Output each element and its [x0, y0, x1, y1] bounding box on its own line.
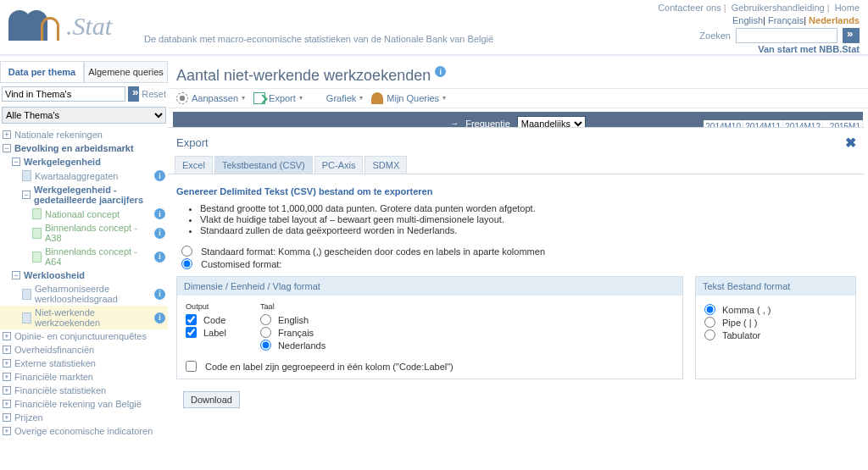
logo-text: .Stat: [66, 12, 112, 41]
tree-item-nationale-rekeningen[interactable]: +Nationale rekeningen: [0, 128, 168, 141]
checkbox-label[interactable]: [186, 327, 197, 338]
page-title: Aantal niet-werkende werkzoekenden i: [168, 61, 868, 88]
taal-heading: Taal: [260, 302, 326, 311]
tree-item-overheid[interactable]: +Overheidsfinanciën: [0, 343, 168, 357]
search-input[interactable]: [736, 28, 837, 43]
output-heading: Output: [186, 302, 226, 311]
find-theme-input[interactable]: [2, 86, 125, 102]
tab-data-per-thema[interactable]: Data per thema: [0, 61, 84, 82]
tree-item-prijzen[interactable]: +Prijzen: [0, 411, 168, 424]
info-icon[interactable]: i: [154, 252, 165, 263]
export-icon: [253, 92, 265, 104]
tree-item-a64[interactable]: Binnenlands concept - A64i: [0, 245, 168, 268]
tree-item-opinie[interactable]: +Opinie- en conjunctuurenquêtes: [0, 329, 168, 343]
gear-icon: [176, 92, 188, 104]
tree-item-externe[interactable]: +Externe statistieken: [0, 357, 168, 370]
link-guide[interactable]: Gebruikershandleiding: [732, 3, 825, 13]
info-icon[interactable]: i: [154, 208, 165, 219]
checkbox-code[interactable]: [186, 314, 197, 325]
info-icon[interactable]: i: [154, 312, 165, 323]
tab-sdmx[interactable]: SDMX: [364, 156, 407, 174]
tree-item-geharmoniseerde[interactable]: Geharmoniseerde werkloosheidsgraadi: [0, 282, 168, 306]
info-icon[interactable]: i: [154, 228, 165, 239]
grafiek-button[interactable]: Grafiek▾: [311, 92, 363, 104]
top-links: Contacteer ons| Gebruikershandleiding| H…: [658, 3, 860, 13]
logo: .Stat: [8, 2, 112, 41]
tree-item-bevolking[interactable]: −Bevolking en arbeidsmarkt: [0, 141, 168, 155]
panel-dimension-format: Dimensie / Eenheid / Vlag format Output …: [176, 276, 683, 379]
tree-item-a38[interactable]: Binnenlands concept - A38i: [0, 221, 168, 245]
find-go-button[interactable]: [128, 86, 139, 102]
link-home[interactable]: Home: [835, 3, 860, 13]
radio-standard-format[interactable]: [181, 246, 192, 257]
tree-item-fin-stat[interactable]: +Financiële statistieken: [0, 384, 168, 397]
tab-algemene-queries[interactable]: Algemene queries: [84, 61, 168, 82]
tab-excel[interactable]: Excel: [175, 156, 213, 174]
tree-item-kwartaal[interactable]: Kwartaalaggregateni: [0, 169, 168, 183]
tree-item-werkloosheid[interactable]: −Werkloosheid: [0, 268, 168, 282]
download-button[interactable]: Download: [183, 391, 240, 408]
panel-text-format: Tekst Bestand format Komma ( , ) Pipe ( …: [695, 276, 856, 379]
radio-tab[interactable]: [704, 329, 715, 340]
start-link[interactable]: Van start met NBB.Stat: [758, 44, 860, 54]
info-icon[interactable]: i: [435, 66, 446, 77]
search-go-button[interactable]: [843, 28, 860, 43]
tab-pcaxis[interactable]: PC-Axis: [314, 156, 364, 174]
tree-item-niet-werkende[interactable]: Niet-werkende werkzoekendeni: [0, 306, 168, 329]
export-heading: Genereer Delimited Tekst (CSV) bestand o…: [176, 186, 856, 196]
export-button[interactable]: Export▾: [253, 92, 303, 104]
lang-fr[interactable]: Français: [768, 15, 804, 25]
radio-custom-format[interactable]: [181, 258, 192, 269]
dialog-close-button[interactable]: ✖: [845, 135, 856, 151]
tree-item-fin-rek[interactable]: +Financiële rekening van België: [0, 397, 168, 411]
radio-pipe[interactable]: [704, 317, 715, 328]
user-icon: [371, 92, 383, 104]
lang-en[interactable]: English: [732, 15, 763, 25]
export-notes: Bestand grootte tot 1,000,000 data punte…: [200, 203, 856, 235]
search-label: Zoeken: [699, 30, 731, 41]
info-icon[interactable]: i: [154, 170, 165, 181]
checkbox-grouped[interactable]: [186, 361, 197, 372]
tree-item-fin-markten[interactable]: +Financiële markten: [0, 370, 168, 384]
radio-komma[interactable]: [704, 304, 715, 315]
tagline: De databank met macro-economische statis…: [144, 34, 493, 44]
export-dialog: Export ✖ Excel Tekstbestand (CSV) PC-Axi…: [168, 127, 865, 429]
radio-lang-fr[interactable]: [260, 327, 271, 338]
dialog-title: Export: [168, 128, 865, 156]
reset-link[interactable]: Reset: [142, 89, 166, 99]
tree-item-werkg-det[interactable]: −Werkgelegenheid - gedetailleerde jaarci…: [0, 183, 168, 207]
link-contact[interactable]: Contacteer ons: [658, 3, 721, 13]
aanpassen-button[interactable]: Aanpassen▾: [176, 92, 245, 104]
lang-nl[interactable]: Nederlands: [809, 15, 860, 25]
tree-item-nationaal-concept[interactable]: Nationaal concepti: [0, 207, 168, 221]
info-icon[interactable]: i: [154, 289, 165, 300]
tree-item-overige[interactable]: +Overige economische indicatoren: [0, 424, 168, 438]
radio-lang-nl[interactable]: [260, 340, 271, 351]
mijn-queries-button[interactable]: Mijn Queries▾: [371, 92, 446, 104]
radio-lang-en[interactable]: [260, 314, 271, 325]
lang-links: English| Français| Nederlands: [732, 15, 860, 25]
theme-tree: +Nationale rekeningen −Bevolking en arbe…: [0, 128, 168, 438]
chart-icon: [311, 92, 323, 104]
theme-select[interactable]: Alle Thema's: [2, 107, 166, 124]
tree-item-werkgelegenheid[interactable]: −Werkgelegenheid: [0, 155, 168, 169]
logo-icon: [8, 2, 59, 41]
tab-csv[interactable]: Tekstbestand (CSV): [214, 156, 313, 174]
